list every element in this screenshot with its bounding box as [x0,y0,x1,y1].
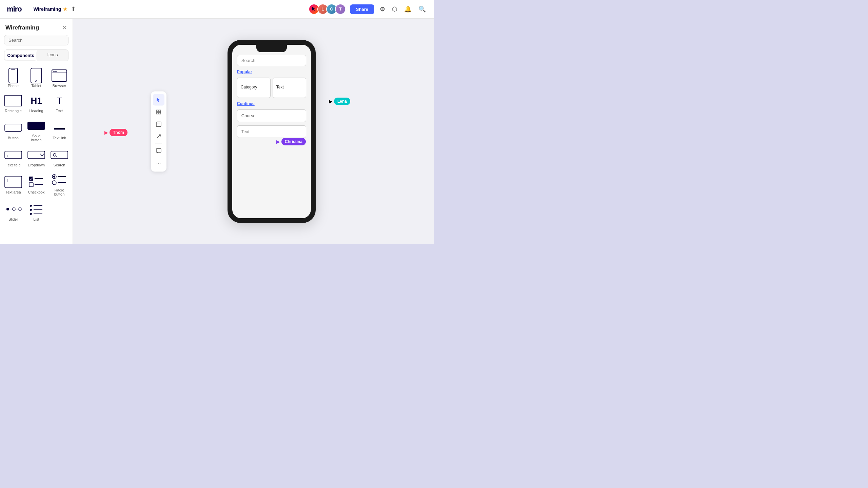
svg-point-34 [30,205,32,207]
svg-rect-40 [157,110,158,111]
svg-rect-47 [156,148,161,152]
christina-badge: Christina [281,138,306,145]
tab-components[interactable]: Components [5,50,36,60]
svg-point-26 [53,176,55,178]
phone-category-box[interactable]: Category [237,78,271,98]
component-text-link[interactable]: Text link [48,116,71,144]
panel-search-input[interactable] [4,35,68,45]
component-text-link-label: Text link [53,136,66,140]
component-text-field[interactable]: Text field [2,145,24,169]
phone-search-field[interactable]: Search [237,55,306,66]
toolbar-select[interactable] [153,94,164,105]
svg-point-33 [19,208,21,210]
component-button[interactable]: Button [2,116,24,144]
component-rectangle-label: Rectangle [5,109,22,113]
notifications-icon[interactable]: 🔔 [403,4,413,14]
learn-icon[interactable]: ⬡ [391,4,399,14]
toolbar-more[interactable]: ··· [153,157,164,169]
tab-icons[interactable]: Icons [37,50,68,61]
component-radio-button[interactable]: Radio button [48,170,71,198]
avatar-group: L C T [309,4,346,15]
component-checkbox[interactable]: Checkbox [25,170,47,198]
component-tablet-label: Tablet [31,84,41,88]
component-checkbox-label: Checkbox [28,190,45,194]
upload-icon[interactable]: ⬆ [71,5,76,13]
close-icon[interactable]: ✕ [62,24,67,32]
panel-tabs: Components Icons [4,49,68,61]
phone-popular-link[interactable]: Popular [237,69,306,74]
toolbar-frame[interactable] [153,106,164,118]
component-rectangle[interactable]: Rectangle [2,90,24,115]
cursor-thom: ▶ Thom [104,129,127,136]
component-button-label: Button [8,136,19,140]
svg-rect-4 [52,70,67,81]
svg-rect-0 [9,68,18,83]
phone-continue-link[interactable]: Continue [237,101,306,106]
toolbar-separator [155,143,162,144]
board-name: Wireframing ★ [34,6,68,12]
toolbar-comment[interactable] [153,145,164,157]
svg-point-17 [53,154,56,156]
svg-rect-42 [157,112,158,114]
panel-title: Wireframing [5,24,39,31]
topbar-right: L C T Share ⚙ ⬡ 🔔 🔍 [309,4,427,15]
search-icon[interactable]: 🔍 [417,4,427,14]
component-radio-button-label: Radio button [50,188,69,196]
phone-categories: Category Text [237,78,306,98]
svg-point-7 [56,71,57,72]
component-tablet[interactable]: Tablet [25,65,47,90]
component-text-field-label: Text field [6,163,20,167]
component-list-label: List [33,217,39,221]
topbar: miro Wireframing ★ ⬆ L C T Share ⚙ ⬡ 🔔 🔍 [0,0,434,19]
phone-content: Search Popular Category Text Continue Co… [232,45,311,143]
component-text-area-label: Text area [5,190,21,194]
lena-badge: Lena [334,98,350,105]
phone-notch [256,45,287,52]
logo: miro [7,5,22,14]
phone-course-field[interactable]: Course [237,109,306,122]
phone-screen: Search Popular Category Text Continue Co… [232,45,311,218]
toolbar-sticky[interactable] [153,118,164,130]
svg-rect-10 [27,122,45,130]
phone-text-box-1[interactable]: Text [273,78,306,98]
share-button[interactable]: Share [350,4,374,14]
toolbar-connector[interactable] [153,130,164,142]
canvas-area: ··· Search Popular Category Text Continu… [73,19,434,244]
svg-rect-8 [5,95,22,106]
canvas-toolbar: ··· [151,91,166,171]
component-dropdown-label: Dropdown [28,163,45,167]
component-dropdown[interactable]: Dropdown [25,145,47,169]
avatar-3: T [335,4,346,15]
cursor-lena: ▶ Lena [329,98,350,105]
settings-icon[interactable]: ⚙ [378,4,387,14]
svg-rect-9 [5,124,22,131]
component-phone-label: Phone [8,84,19,88]
component-browser-label: Browser [53,84,66,88]
component-heading[interactable]: H1 Heading [25,90,47,115]
component-text[interactable]: T Text [48,90,71,115]
component-search[interactable]: Search [48,145,71,169]
panel-header: Wireframing ✕ [0,19,73,35]
svg-rect-15 [28,151,45,159]
component-search-label: Search [54,163,65,167]
component-slider-label: Slider [8,217,18,221]
phone-text-field-2[interactable]: Text [237,125,306,138]
topbar-divider [30,5,30,13]
component-solid-button[interactable]: Solid button [25,116,47,144]
component-phone[interactable]: Phone [2,65,24,90]
component-list[interactable]: List [25,199,47,223]
svg-line-18 [56,156,57,157]
components-grid: Phone Tablet Browser [0,65,73,223]
component-solid-button-label: Solid button [26,134,46,142]
phone-frame: Search Popular Category Text Continue Co… [228,40,316,223]
component-slider[interactable]: Slider [2,199,24,223]
svg-point-28 [52,181,56,185]
star-icon[interactable]: ★ [63,6,67,12]
svg-point-38 [30,213,32,215]
svg-point-6 [54,71,55,72]
svg-rect-43 [159,112,161,114]
svg-rect-41 [159,110,161,111]
component-text-area[interactable]: Text area [2,170,24,198]
component-browser[interactable]: Browser [48,65,71,90]
svg-rect-23 [29,183,33,187]
